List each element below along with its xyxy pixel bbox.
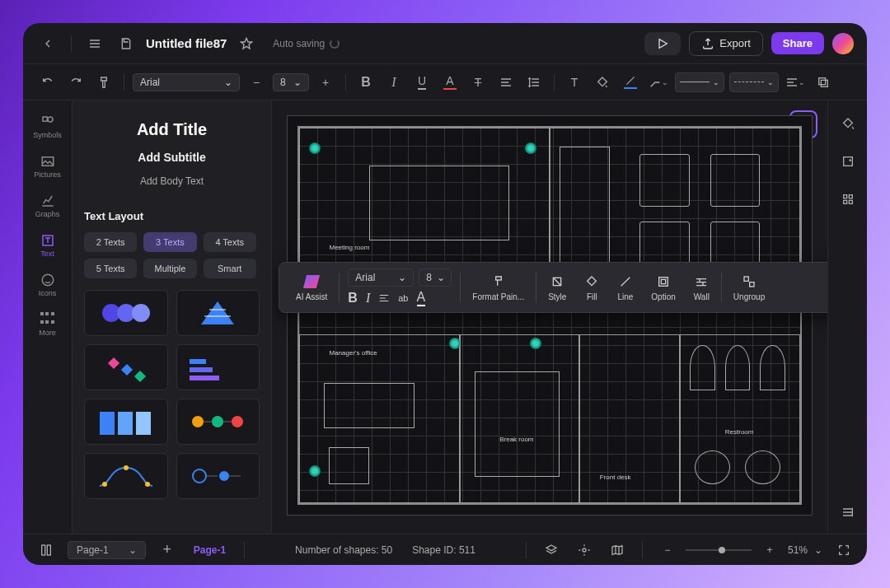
text-tool-button[interactable]: T	[563, 71, 586, 94]
page-tab[interactable]: Page-1	[189, 544, 231, 556]
preset-subtitle[interactable]: Add Subtitle	[138, 151, 205, 164]
layout-thumb[interactable]	[84, 290, 168, 336]
save-icon[interactable]	[115, 32, 138, 55]
back-button[interactable]	[36, 32, 59, 55]
line-spacing-button[interactable]	[522, 71, 546, 94]
rail-symbols[interactable]: Symbols	[30, 109, 66, 145]
ctx-fontcolor[interactable]: A	[417, 290, 426, 306]
fullscreen-icon[interactable]	[832, 539, 855, 562]
ctx-italic[interactable]: I	[366, 291, 370, 306]
font-increase[interactable]: +	[314, 71, 337, 94]
distribute-button[interactable]: ⌄	[784, 71, 807, 94]
layout-thumb[interactable]	[176, 344, 260, 390]
rail-icons[interactable]: Icons	[30, 267, 66, 303]
avatar[interactable]	[832, 33, 854, 54]
pill-5texts[interactable]: 5 Texts	[84, 259, 137, 278]
ctx-option[interactable]: Option	[643, 263, 683, 312]
line-color-button[interactable]	[619, 71, 642, 94]
canvas-page[interactable]: Meeting room Manager's office	[287, 115, 813, 516]
preset-title[interactable]: Add Title	[137, 120, 207, 139]
layers-icon[interactable]	[540, 539, 563, 562]
zoom-value[interactable]: 51%	[788, 544, 808, 556]
ctx-fill[interactable]: Fill	[576, 263, 607, 312]
toilet[interactable]	[725, 345, 750, 390]
pill-4texts[interactable]: 4 Texts	[204, 232, 256, 252]
pill-multiple[interactable]: Multiple	[143, 259, 196, 278]
layout-thumb[interactable]	[176, 290, 260, 336]
undo-button[interactable]	[36, 71, 59, 94]
apps-icon[interactable]	[836, 188, 860, 211]
file-title[interactable]: Untitled file87	[146, 36, 227, 50]
menu-button[interactable]	[83, 32, 106, 55]
focus-icon[interactable]	[573, 539, 596, 562]
line-dash-select[interactable]: ⌄	[729, 72, 779, 92]
play-button[interactable]	[644, 32, 681, 55]
ctx-ungroup[interactable]: Ungroup	[725, 263, 773, 312]
rail-more[interactable]: More	[30, 306, 66, 343]
pages-view-icon[interactable]	[35, 539, 58, 562]
zoom-out[interactable]: −	[656, 539, 679, 562]
layout-thumb[interactable]	[84, 453, 168, 499]
fill-button[interactable]	[591, 71, 614, 94]
collapse-rail-icon[interactable]	[836, 501, 860, 524]
rail-text[interactable]: Text	[30, 227, 66, 264]
zoom-slider[interactable]	[686, 549, 752, 551]
layers-button[interactable]	[812, 71, 835, 94]
ctx-wall[interactable]: Wall	[686, 263, 718, 312]
ctx-ai-assist[interactable]: AI Assist	[288, 263, 335, 312]
bold-button[interactable]: B	[354, 71, 377, 94]
context-toolbar[interactable]: 📌 AI Assist Arial⌄ 8⌄ B I ab A	[279, 262, 827, 313]
page-selector[interactable]: Page-1⌄	[68, 541, 146, 559]
strikethrough-button[interactable]: T	[466, 71, 490, 94]
align-button[interactable]	[494, 71, 518, 94]
sink[interactable]	[695, 450, 730, 484]
share-button[interactable]: Share	[771, 32, 824, 54]
pill-2texts[interactable]: 2 Texts	[84, 232, 137, 252]
export-button[interactable]: Export	[689, 31, 763, 56]
break-bed[interactable]	[475, 371, 560, 477]
toilet[interactable]	[760, 345, 785, 390]
font-family-select[interactable]: Arial⌄	[133, 73, 240, 91]
connector-button[interactable]: ⌄	[647, 71, 670, 94]
redo-button[interactable]	[64, 71, 87, 94]
rail-pictures[interactable]: Pictures	[30, 148, 66, 184]
rail-graphs[interactable]: Graphs	[30, 188, 66, 224]
ctx-format-painter[interactable]: Format Pain...	[464, 263, 532, 312]
italic-button[interactable]: I	[382, 71, 405, 94]
zoom-in[interactable]: +	[758, 539, 781, 562]
underline-button[interactable]: U	[410, 71, 433, 94]
font-size-select[interactable]: 8⌄	[273, 73, 309, 91]
ctx-line[interactable]: Line	[609, 263, 641, 312]
chair[interactable]	[329, 447, 369, 485]
ctx-align[interactable]	[378, 292, 390, 304]
preset-body[interactable]: Add Body Text	[140, 175, 204, 187]
pill-smart[interactable]: Smart	[204, 259, 256, 278]
sofa[interactable]	[560, 147, 610, 274]
canvas[interactable]: Meeting room Manager's office	[272, 100, 827, 534]
ctx-style[interactable]: Style	[540, 263, 574, 312]
ctx-case[interactable]: ab	[398, 293, 408, 303]
meeting-table[interactable]	[369, 166, 509, 240]
desk-pod[interactable]	[639, 154, 690, 207]
add-page-button[interactable]: +	[156, 539, 179, 562]
ctx-font-select[interactable]: Arial⌄	[348, 268, 414, 287]
layout-thumb[interactable]	[84, 344, 168, 390]
layout-thumb[interactable]	[176, 453, 260, 499]
ctx-bold[interactable]: B	[348, 291, 358, 306]
layout-thumb[interactable]	[176, 399, 260, 445]
font-color-button[interactable]: A	[438, 71, 461, 94]
layout-thumb[interactable]	[84, 399, 168, 445]
map-icon[interactable]	[606, 539, 629, 562]
desk-pod[interactable]	[710, 154, 761, 207]
sink[interactable]	[745, 450, 780, 484]
ctx-size-select[interactable]: 8⌄	[419, 268, 452, 287]
bucket-icon[interactable]	[836, 112, 860, 135]
star-button[interactable]	[235, 32, 258, 55]
format-painter-button[interactable]	[92, 71, 115, 94]
pill-3texts[interactable]: 3 Texts	[143, 232, 196, 252]
toilet[interactable]	[690, 345, 714, 390]
line-style-select[interactable]: ⌄	[675, 72, 724, 92]
font-decrease[interactable]: −	[245, 71, 268, 94]
manager-desk[interactable]	[324, 383, 414, 428]
add-panel-icon[interactable]	[836, 150, 860, 173]
